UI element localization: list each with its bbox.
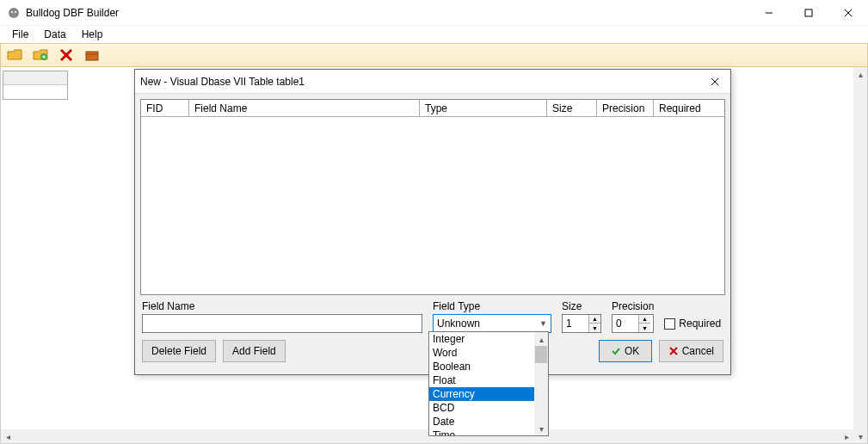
size-input[interactable] <box>563 315 588 332</box>
grid-header-row <box>3 71 67 85</box>
scroll-up-icon[interactable]: ▴ <box>534 332 548 346</box>
new-table-dialog: New - Visual Dbase VII Table table1 FID … <box>134 69 731 375</box>
chevron-down-icon: ▼ <box>539 319 547 328</box>
dialog-titlebar: New - Visual Dbase VII Table table1 <box>135 70 730 94</box>
required-checkbox-group[interactable]: Required <box>664 314 721 333</box>
required-label: Required <box>679 318 721 330</box>
close-icon <box>711 77 719 86</box>
field-name-input[interactable] <box>142 314 422 333</box>
precision-label: Precision <box>612 300 654 312</box>
table-header: FID Field Name Type Size Precision Requi… <box>141 100 724 117</box>
open-button[interactable] <box>3 45 27 65</box>
size-label: Size <box>562 300 601 312</box>
minimize-button[interactable] <box>749 0 789 26</box>
background-grid <box>3 71 68 100</box>
menubar: File Data Help <box>0 26 868 43</box>
dialog-title: New - Visual Dbase VII Table table1 <box>140 76 705 88</box>
svg-point-1 <box>11 11 13 13</box>
dropdown-option[interactable]: Float <box>429 373 534 387</box>
close-button[interactable] <box>828 0 868 26</box>
maximize-button[interactable] <box>789 0 828 26</box>
field-type-select[interactable]: Unknown ▼ <box>433 314 551 333</box>
scroll-down-icon[interactable]: ▾ <box>534 422 548 435</box>
svg-point-2 <box>15 11 16 13</box>
col-field-name[interactable]: Field Name <box>189 100 420 116</box>
check-icon <box>611 346 621 356</box>
dropdown-scrollbar[interactable]: ▴ ▾ <box>534 332 548 435</box>
col-fid[interactable]: FID <box>141 100 189 116</box>
new-button[interactable] <box>28 45 52 65</box>
vertical-scrollbar[interactable]: ▴ ▾ <box>853 67 867 443</box>
dropdown-option[interactable]: Time <box>429 429 534 435</box>
folder-add-icon <box>32 47 49 63</box>
dropdown-option[interactable]: Integer <box>429 332 534 346</box>
pack-button[interactable] <box>80 45 104 65</box>
precision-stepper[interactable]: ▲ ▼ <box>612 314 654 333</box>
ok-button[interactable]: OK <box>599 340 652 362</box>
svg-rect-12 <box>86 52 98 60</box>
dropdown-option[interactable]: Boolean <box>429 360 534 373</box>
box-icon <box>83 47 101 63</box>
precision-input[interactable] <box>613 315 638 332</box>
toolbar <box>0 43 868 67</box>
menu-data[interactable]: Data <box>37 27 72 42</box>
col-type[interactable]: Type <box>420 100 547 116</box>
fields-table: FID Field Name Type Size Precision Requi… <box>140 99 725 295</box>
window-controls <box>749 0 868 26</box>
scroll-right-icon[interactable]: ▸ <box>840 429 853 443</box>
app-icon <box>7 6 21 20</box>
delete-field-button[interactable]: Delete Field <box>142 340 216 362</box>
menu-help[interactable]: Help <box>75 27 110 42</box>
dropdown-option[interactable]: Currency <box>429 387 534 401</box>
precision-up-button[interactable]: ▲ <box>639 315 650 324</box>
dropdown-option[interactable]: Date <box>429 415 534 429</box>
col-precision[interactable]: Precision <box>597 100 654 116</box>
size-stepper[interactable]: ▲ ▼ <box>562 314 601 333</box>
cancel-button[interactable]: Cancel <box>659 340 723 362</box>
grid-empty-row <box>3 85 67 99</box>
required-checkbox[interactable] <box>664 318 675 330</box>
svg-point-0 <box>9 8 19 18</box>
field-name-label: Field Name <box>142 300 422 312</box>
size-up-button[interactable]: ▲ <box>589 315 600 324</box>
scroll-left-icon[interactable]: ◂ <box>1 429 15 443</box>
field-type-value: Unknown <box>437 318 480 330</box>
cancel-x-icon <box>668 346 679 356</box>
window-titlebar: Bulldog DBF Builder <box>0 0 868 26</box>
scrollbar-thumb[interactable] <box>535 346 547 363</box>
dropdown-option[interactable]: Word <box>429 346 534 360</box>
horizontal-scrollbar[interactable]: ◂ ▸ <box>1 429 853 443</box>
folder-open-icon <box>6 47 23 63</box>
menu-file[interactable]: File <box>5 27 35 42</box>
field-type-dropdown[interactable]: IntegerWordBooleanFloatCurrencyBCDDateTi… <box>428 331 549 436</box>
delete-x-icon <box>58 47 75 63</box>
dropdown-option[interactable]: BCD <box>429 401 534 415</box>
scroll-up-icon[interactable]: ▴ <box>853 67 867 81</box>
size-down-button[interactable]: ▼ <box>589 324 600 332</box>
window-title: Bulldog DBF Builder <box>26 7 119 19</box>
delete-button[interactable] <box>54 45 78 65</box>
add-field-button[interactable]: Add Field <box>223 340 286 362</box>
col-required[interactable]: Required <box>654 100 724 116</box>
svg-rect-4 <box>805 9 812 16</box>
col-size[interactable]: Size <box>547 100 597 116</box>
precision-down-button[interactable]: ▼ <box>639 324 650 332</box>
field-type-label: Field Type <box>433 300 551 312</box>
scroll-down-icon[interactable]: ▾ <box>853 429 867 443</box>
dialog-close-button[interactable] <box>705 71 725 92</box>
